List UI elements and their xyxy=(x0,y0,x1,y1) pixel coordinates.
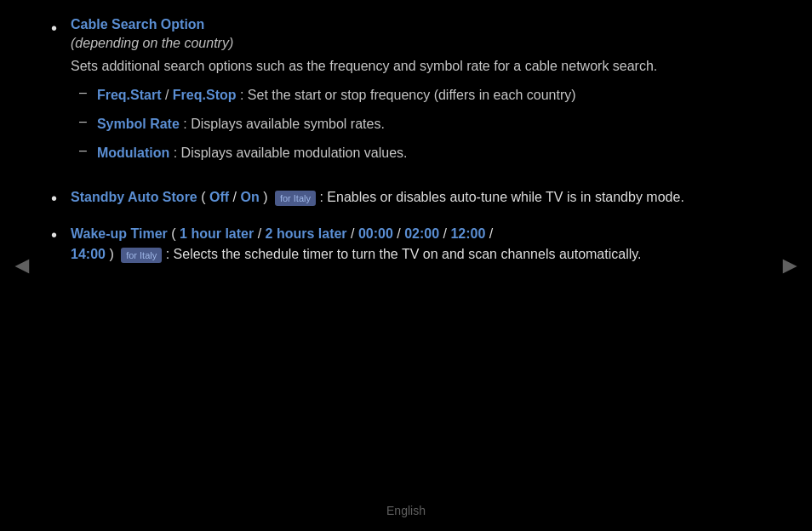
dash-3: – xyxy=(79,143,87,158)
sub-item-modulation: – Modulation : Displays available modula… xyxy=(79,143,715,163)
symbol-rate-desc: : Displays available symbol rates. xyxy=(183,117,385,131)
wakeup-sep3: / xyxy=(397,226,404,241)
standby-paren-close: ) xyxy=(263,190,267,204)
wakeup-option3: 00:00 xyxy=(358,226,393,241)
symbol-rate-label: Symbol Rate xyxy=(97,117,180,131)
wakeup-option5: 12:00 xyxy=(450,226,485,241)
bullet-dot-1: • xyxy=(51,19,57,38)
standby-badge: for Italy xyxy=(275,191,316,207)
modulation-label: Modulation xyxy=(97,146,169,160)
modulation-content: Modulation : Displays available modulati… xyxy=(97,143,408,163)
wakeup-sep2: / xyxy=(351,226,358,241)
bullet-dot-2: • xyxy=(51,189,57,208)
next-arrow[interactable]: ► xyxy=(778,252,802,279)
prev-arrow[interactable]: ◄ xyxy=(10,252,34,279)
standby-desc: : Enables or disables auto-tune while TV… xyxy=(319,190,683,204)
freq-stop-label: Freq.Stop xyxy=(173,88,237,102)
wakeup-title: Wake-up Timer xyxy=(71,226,168,241)
wakeup-paren-close: ) xyxy=(109,247,113,261)
wakeup-sep1: / xyxy=(258,226,266,241)
wakeup-option4: 02:00 xyxy=(404,226,439,241)
standby-line: Standby Auto Store ( Off / On ) for Ital… xyxy=(71,187,715,208)
main-content: • Cable Search Option (depending on the … xyxy=(0,0,766,297)
standby-paren-open: ( xyxy=(201,190,205,204)
wakeup-option2: 2 hours later xyxy=(266,226,347,241)
footer-label: English xyxy=(386,504,426,517)
bullet-content-1: Cable Search Option (depending on the co… xyxy=(71,17,715,172)
wakeup-line: Wake-up Timer ( 1 hour later / 2 hours l… xyxy=(71,224,715,265)
wakeup-paren-open: ( xyxy=(171,226,175,241)
wakeup-option6: 14:00 xyxy=(71,247,106,261)
footer: English xyxy=(0,504,812,517)
wakeup-desc: : Selects the schedule timer to turn the… xyxy=(166,247,642,261)
bullet-dot-3: • xyxy=(51,226,57,245)
freq-separator: / xyxy=(165,88,173,102)
standby-title: Standby Auto Store xyxy=(71,190,197,204)
bullet-item-standby: • Standby Auto Store ( Off / On ) for It… xyxy=(51,187,715,208)
wakeup-badge: for Italy xyxy=(121,248,162,264)
dash-1: – xyxy=(79,85,87,100)
cable-search-subtitle: (depending on the country) xyxy=(71,36,715,51)
dash-2: – xyxy=(79,114,87,129)
sub-item-symbol-rate: – Symbol Rate : Displays available symbo… xyxy=(79,114,715,134)
freq-colon: : Set the start or stop frequency (diffe… xyxy=(240,88,576,102)
standby-off-label: Off xyxy=(209,190,229,204)
bullet-content-3: Wake-up Timer ( 1 hour later / 2 hours l… xyxy=(71,224,715,265)
sub-item-freq: – Freq.Start / Freq.Stop : Set the start… xyxy=(79,85,715,106)
freq-start-label: Freq.Start xyxy=(97,88,162,102)
bullet-content-2: Standby Auto Store ( Off / On ) for Ital… xyxy=(71,187,715,208)
freq-content: Freq.Start / Freq.Stop : Set the start o… xyxy=(97,85,576,106)
modulation-desc: : Displays available modulation values. xyxy=(174,146,408,160)
bullet-item-cable-search: • Cable Search Option (depending on the … xyxy=(51,17,715,172)
wakeup-sep5: / xyxy=(489,226,493,241)
symbol-rate-content: Symbol Rate : Displays available symbol … xyxy=(97,114,385,134)
cable-search-title: Cable Search Option xyxy=(71,17,204,31)
wakeup-option1: 1 hour later xyxy=(180,226,254,241)
standby-on-label: On xyxy=(240,190,259,204)
bullet-item-wakeup: • Wake-up Timer ( 1 hour later / 2 hours… xyxy=(51,224,715,265)
cable-search-subitems: – Freq.Start / Freq.Stop : Set the start… xyxy=(79,85,715,163)
cable-search-desc: Sets additional search options such as t… xyxy=(71,56,715,77)
